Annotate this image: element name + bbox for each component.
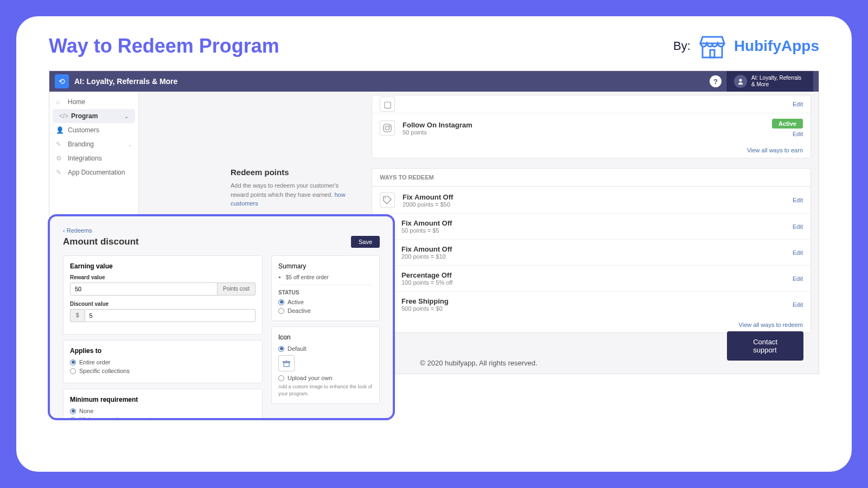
redeem-row: Percentage Off 100 points = 5% off Edit — [372, 265, 810, 291]
edit-link[interactable]: Edit — [793, 101, 803, 107]
sidebar-item-program[interactable]: </>Program⌄ — [53, 109, 135, 123]
redeem-title: Percentage Off — [401, 271, 793, 279]
svg-rect-8 — [286, 360, 287, 362]
redeem-card: WAYS TO REDEEM Fix Amount Off 2000 point… — [372, 168, 811, 333]
breadcrumb-back[interactable]: ‹ Redeems — [63, 227, 380, 234]
status-deactive-radio[interactable]: Deactive — [278, 307, 373, 314]
chevron-down-icon: ⌄ — [124, 113, 129, 119]
edit-link[interactable]: Edit — [793, 275, 803, 282]
icon-title: Icon — [278, 333, 373, 341]
earn-row-instagram: Follow On Instagram 50 points Active Edi… — [372, 113, 810, 143]
sidebar-item-branding[interactable]: ✎Branding⌄ — [49, 137, 138, 151]
earning-value-card: Earning value Reward value Points cost D… — [63, 255, 263, 335]
redeem-row: Fix Amount Off 200 points = $10 Edit — [372, 239, 810, 265]
status-title: STATUS — [278, 290, 373, 296]
contact-support-button[interactable]: Contact support — [727, 331, 803, 361]
earn-card: ▢ Edit Follow On Instagram 50 p — [372, 95, 811, 158]
earn-sub: 50 points — [403, 129, 764, 136]
home-icon: ⌂ — [56, 98, 63, 106]
svg-point-1 — [739, 79, 742, 82]
edit-link[interactable]: Edit — [793, 223, 803, 230]
currency-prefix: $ — [70, 309, 85, 322]
reward-value-input[interactable] — [70, 282, 218, 296]
user-chip[interactable]: AI: Loyalty, Referrals & More — [726, 71, 813, 92]
app-header: ⟲ AI: Loyalty, Referrals & More ? AI: Lo… — [49, 71, 819, 92]
summary-title: Summary — [278, 262, 373, 270]
earn-row-prev: ▢ Edit — [372, 95, 810, 113]
icon-help-text: Add a custom image to enhance the look o… — [278, 383, 373, 397]
redeem-row: Fix Amount Off 50 points = $5 Edit — [372, 213, 810, 239]
redeem-title: Fix Amount Off — [403, 193, 785, 201]
edit-link[interactable]: Edit — [793, 249, 803, 256]
redeem-row: Free Shipping 500 points = $0 Edit — [372, 291, 810, 317]
discount-value-input[interactable] — [85, 309, 256, 322]
status-badge: Active — [772, 119, 803, 129]
svg-point-3 — [386, 126, 390, 130]
instagram-icon — [380, 120, 395, 136]
app-title: AI: Loyalty, Referrals & More — [74, 77, 710, 86]
view-all-redeem-link[interactable]: View all ways to redeem — [739, 322, 803, 328]
icon-preview — [278, 355, 295, 371]
placeholder-icon: ▢ — [380, 97, 395, 112]
status-active-radio[interactable]: Active — [278, 299, 373, 305]
by-label: By: — [673, 39, 691, 53]
svg-rect-7 — [284, 363, 289, 367]
min-requirement-title: Minimum requirement — [70, 396, 256, 403]
paint-icon: ✎ — [56, 140, 63, 148]
redeem-title: Fix Amount Off — [401, 219, 793, 227]
redeem-sub: 500 points = $0 — [401, 305, 793, 312]
redeem-title: Fix Amount Off — [401, 245, 793, 253]
sidebar-item-customers[interactable]: 👤Customers — [49, 123, 138, 137]
avatar-icon — [734, 75, 747, 88]
redeem-card-header: WAYS TO REDEEM — [372, 169, 810, 187]
applies-to-title: Applies to — [70, 347, 256, 355]
person-icon: 👤 — [56, 126, 63, 134]
storefront-icon — [696, 33, 729, 60]
sidebar-item-home[interactable]: ⌂Home — [49, 95, 138, 109]
edit-link[interactable]: Edit — [793, 131, 803, 137]
minreq-none-radio[interactable]: None — [70, 408, 256, 414]
sidebar-item-docs[interactable]: ✎App Documentation — [49, 165, 138, 179]
tag-icon — [380, 192, 395, 208]
svg-point-5 — [385, 197, 386, 198]
earning-value-title: Earning value — [70, 262, 256, 270]
sidebar-item-integrations[interactable]: ⚙Integrations — [49, 151, 138, 165]
plug-icon: ⚙ — [56, 155, 63, 162]
code-icon: </> — [59, 112, 67, 120]
icon-upload-radio[interactable]: Upload your own — [278, 375, 373, 381]
summary-card: Summary $5 off entire order STATUS Activ… — [271, 255, 380, 321]
summary-item: $5 off entire order — [286, 274, 373, 280]
icon-default-radio[interactable]: Default — [278, 345, 373, 352]
modal-title: Amount discount — [63, 236, 139, 247]
view-all-earn-link[interactable]: View all ways to earn — [747, 147, 803, 153]
redeem-desc: Add the ways to redeem your customer's r… — [231, 181, 355, 208]
redeem-heading: Redeem points — [231, 168, 355, 177]
redeem-sub: 100 points = 5% off — [401, 279, 793, 286]
save-button[interactable]: Save — [351, 236, 380, 248]
redeem-sub: 200 points = $10 — [401, 253, 793, 260]
brand-logo: By: HubifyApps — [673, 33, 819, 60]
icon-card: Icon Default Upload your own Add a custo… — [271, 326, 380, 404]
amount-discount-modal: ‹ Redeems Amount discount Save Earning v… — [48, 214, 395, 420]
points-cost-suffix: Points cost — [218, 282, 256, 296]
discount-value-label: Discount value — [70, 301, 256, 307]
svg-point-4 — [389, 125, 390, 126]
redeem-sub: 2000 points = $50 — [403, 201, 785, 208]
min-requirement-card: Minimum requirement None Minimum purchas… — [63, 389, 263, 420]
svg-rect-2 — [384, 124, 391, 132]
applies-collections-radio[interactable]: Specific collections — [70, 368, 256, 374]
redeem-row: Fix Amount Off 2000 points = $50 Edit — [372, 187, 810, 213]
logo-text: HubifyApps — [734, 37, 819, 55]
page-title: Way to Redeem Program — [49, 35, 279, 57]
user-label: AI: Loyalty, Referrals & More — [751, 75, 806, 88]
redeem-title: Free Shipping — [401, 297, 793, 305]
applies-to-card: Applies to Entire order Specific collect… — [63, 340, 263, 383]
redeem-sub: 50 points = $5 — [401, 227, 793, 234]
edit-link[interactable]: Edit — [793, 301, 803, 308]
svg-rect-0 — [710, 50, 714, 57]
edit-link[interactable]: Edit — [793, 197, 803, 203]
help-icon[interactable]: ? — [710, 75, 722, 87]
reward-value-label: Reward value — [70, 274, 256, 280]
minreq-purchase-radio[interactable]: Minimum purchase amount — [70, 416, 256, 420]
applies-entire-order-radio[interactable]: Entire order — [70, 359, 256, 365]
